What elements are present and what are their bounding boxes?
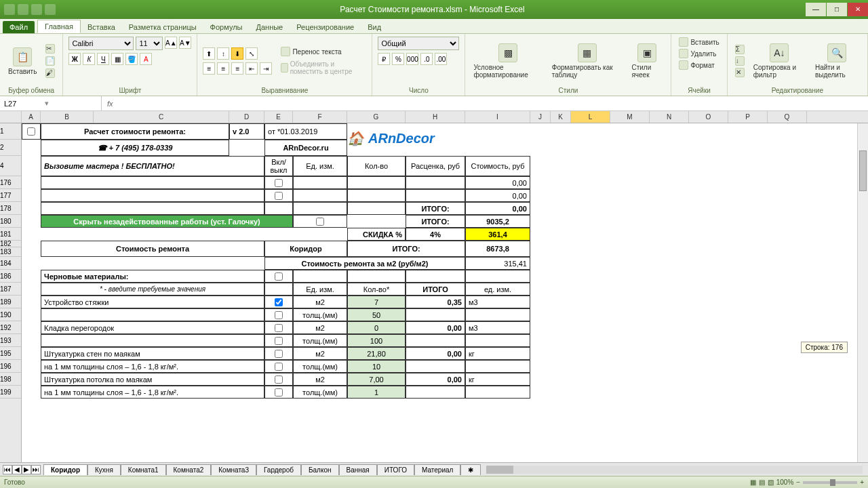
column-headers[interactable]: ABCDEFGHIJKLMNOPQ [0,111,868,123]
autosum-button[interactable]: Σ [733,44,747,55]
sheet-nav-first[interactable]: ⏮ [3,465,12,474]
row-header-187[interactable]: 187 [0,283,21,296]
sheet-tab-7[interactable]: Ванная [339,464,377,475]
font-name-select[interactable]: Calibri [68,37,134,50]
cell-E196[interactable] [264,360,293,373]
indent-inc-icon[interactable]: ⇥ [260,62,272,75]
sheet-tab-6[interactable]: Балкон [301,464,339,475]
row-header-177[interactable]: 177 [0,189,21,202]
toggle-177[interactable] [264,189,293,202]
row-header-178[interactable]: 178 [0,202,21,215]
italic-button[interactable]: К [83,53,95,65]
col-header-E[interactable]: E [264,111,293,123]
col-header-F[interactable]: F [293,111,347,123]
cut-button[interactable]: ✂ [43,43,57,54]
cond-format-button[interactable]: ▩Условное форматирование [471,42,545,80]
indent-dec-icon[interactable]: ⇤ [245,62,258,75]
name-box[interactable] [4,100,45,108]
row-header-176[interactable]: 176 [0,176,21,189]
col-header-A[interactable]: A [22,111,41,123]
row-header-196[interactable]: 196 [0,360,21,373]
row-header-190[interactable]: 190 [0,308,21,321]
bold-button[interactable]: Ж [68,53,81,65]
row-header-183[interactable]: 183 [0,247,21,257]
redo-icon[interactable] [45,4,56,15]
delete-cells-button[interactable]: Удалить [677,48,718,59]
vertical-scrollbar[interactable] [857,123,868,462]
sheet-nav-prev[interactable]: ◀ [12,465,22,474]
col-header-O[interactable]: O [689,111,728,123]
format-table-button[interactable]: ▦Форматировать как таблицу [549,42,625,80]
master-checkbox[interactable] [22,123,41,140]
grow-font-icon[interactable]: A▲ [165,37,177,49]
row-header-186[interactable]: 186 [0,270,21,283]
paste-button[interactable]: 📋Вставить [5,46,39,77]
new-sheet-button[interactable]: ✱ [460,464,481,475]
cell-E190[interactable] [264,308,293,321]
zoom-level[interactable]: 100% [776,479,794,486]
inc-dec-icon[interactable]: .0 [420,53,433,65]
tab-view[interactable]: Вид [361,21,388,33]
row-header-198[interactable]: 198 [0,373,21,386]
row-header-192[interactable]: 192 [0,321,21,334]
cell-E198[interactable] [264,373,293,386]
row-headers[interactable]: 1241761771781801811821831841861871891901… [0,123,22,462]
find-select-button[interactable]: 🔍Найти и выделить [812,42,862,80]
underline-button[interactable]: Ч [97,53,109,65]
sheet-tab-0[interactable]: Коридор [43,464,87,475]
tab-formulas[interactable]: Формулы [203,21,250,33]
cell-E199[interactable] [264,386,293,399]
zoom-out-button[interactable]: − [796,479,800,486]
sheet-tab-4[interactable]: Комната3 [211,464,256,475]
zoom-in-button[interactable]: + [860,479,864,486]
minimize-button[interactable]: — [806,3,826,16]
horizontal-scrollbar[interactable] [486,466,863,474]
view-break-icon[interactable]: ▧ [768,479,774,486]
col-header-M[interactable]: M [610,111,650,123]
col-header-H[interactable]: H [406,111,465,123]
row-header-184[interactable]: 184 [0,257,21,270]
formula-input[interactable] [119,96,868,110]
sheet-tab-9[interactable]: Материал [414,464,460,475]
currency-icon[interactable]: ₽ [378,53,390,65]
format-painter-button[interactable]: 🖌 [43,68,57,79]
row-header-195[interactable]: 195 [0,347,21,360]
col-header-D[interactable]: D [229,111,264,123]
col-header-L[interactable]: L [571,111,610,123]
fill-button[interactable]: ↓ [733,56,747,66]
hide-unused-checkbox[interactable] [293,215,347,228]
cell-styles-button[interactable]: ▣Стили ячеек [629,42,665,80]
undo-icon[interactable] [31,4,42,15]
sheet-tab-2[interactable]: Комната1 [121,464,166,475]
comma-icon[interactable]: 000 [406,53,418,65]
sheet-nav-next[interactable]: ▶ [22,465,31,474]
font-size-select[interactable]: 11 [136,37,163,50]
row-header-180[interactable]: 180 [0,215,21,228]
close-button[interactable]: ✕ [848,3,868,16]
col-header-G[interactable]: G [347,111,406,123]
sheet-tab-5[interactable]: Гардероб [256,464,301,475]
sheet-tab-1[interactable]: Кухня [87,464,121,475]
cell-E193[interactable] [264,334,293,347]
maximize-button[interactable]: □ [827,3,847,16]
copy-button[interactable]: 📄 [43,56,57,66]
tab-home[interactable]: Главная [37,20,81,33]
row-header-193[interactable]: 193 [0,334,21,347]
align-center-icon[interactable]: ≡ [217,62,229,75]
col-header-N[interactable]: N [650,111,689,123]
toggle-176[interactable] [264,176,293,189]
sort-filter-button[interactable]: A↓Сортировка и фильтр [751,42,808,80]
cell-E192[interactable] [264,321,293,334]
shrink-font-icon[interactable]: A▼ [179,37,191,49]
number-format-select[interactable]: Общий [378,37,459,50]
col-header-C[interactable]: C [94,111,229,123]
wrap-text-button[interactable]: Перенос текста [279,46,366,57]
tab-layout[interactable]: Разметка страницы [122,21,203,33]
cell-E189[interactable] [264,296,293,308]
zoom-slider[interactable] [803,481,857,484]
sheet-tab-8[interactable]: ИТОГО [377,464,414,475]
col-header-J[interactable]: J [530,111,551,123]
col-header-P[interactable]: P [728,111,768,123]
format-cells-button[interactable]: Формат [677,60,717,70]
dec-dec-icon[interactable]: .00 [435,53,447,65]
